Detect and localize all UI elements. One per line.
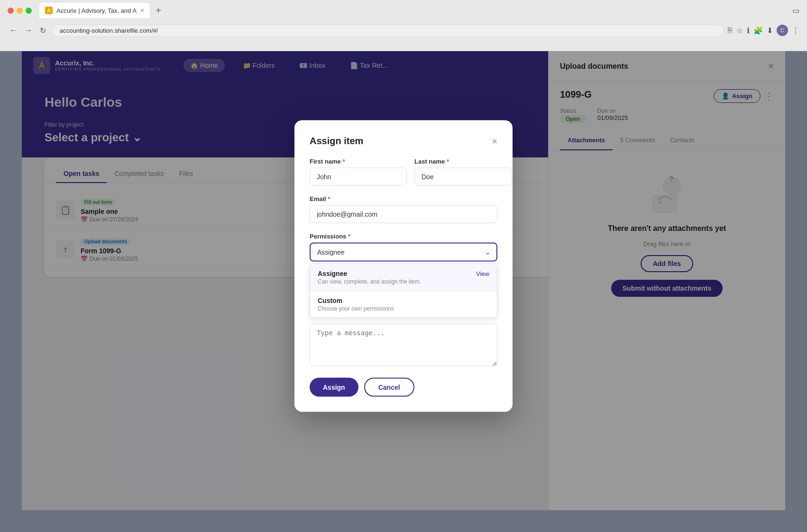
required-indicator: * — [348, 233, 350, 240]
menu-icon[interactable]: ⋮ — [792, 26, 799, 35]
browser-titlebar: A Accurix | Advisory, Tax, and A × + ▭ — [0, 0, 807, 21]
assign-button[interactable]: Assign — [310, 378, 358, 397]
email-label: Email * — [310, 195, 497, 202]
traffic-light-fullscreen[interactable] — [26, 8, 32, 14]
tab-favicon: A — [45, 7, 53, 14]
bookmark-icon[interactable]: ☆ — [736, 26, 743, 35]
first-name-group: First name * — [310, 158, 407, 186]
last-name-label: Last name * — [414, 158, 512, 165]
modal-header: Assign item × — [310, 136, 497, 147]
last-name-input[interactable] — [414, 168, 512, 186]
permissions-select[interactable]: Assignee Custom — [310, 243, 497, 262]
tab-title: Accurix | Advisory, Tax, and A — [56, 7, 137, 14]
back-button[interactable]: ← — [8, 24, 19, 37]
download-icon[interactable]: ⬇ — [767, 26, 773, 35]
browser-window-controls: ▭ — [792, 6, 799, 15]
refresh-button[interactable]: ↻ — [38, 24, 48, 37]
browser-toolbar-actions: ⎘ ☆ ℹ 🧩 ⬇ C ⋮ — [728, 25, 799, 36]
extensions-icon[interactable]: 🧩 — [753, 26, 763, 35]
profile-avatar[interactable]: C — [777, 25, 788, 36]
modal-actions: Assign Cancel — [310, 378, 497, 397]
option-assignee-subtitle: Can view, complete, and assign the item. — [318, 278, 489, 285]
traffic-lights — [8, 8, 32, 14]
tab-close-btn[interactable]: × — [140, 7, 144, 14]
window-action-btn[interactable]: ▭ — [792, 6, 799, 15]
assign-item-modal: Assign item × First name * Last name * E… — [294, 120, 513, 412]
permissions-dropdown: Assignee View Can view, complete, and as… — [310, 264, 497, 318]
cast-icon[interactable]: ⎘ — [728, 26, 733, 35]
option-custom-title: Custom — [318, 297, 342, 304]
first-name-input[interactable] — [310, 168, 407, 186]
url-text: accounting-solution.sharefile.com/#/ — [60, 27, 158, 34]
first-name-label: First name * — [310, 158, 407, 165]
required-indicator: * — [342, 158, 345, 165]
browser-tab-active[interactable]: A Accurix | Advisory, Tax, and A × — [39, 3, 150, 18]
address-bar-row: ← → ↻ accounting-solution.sharefile.com/… — [0, 21, 807, 40]
traffic-light-close[interactable] — [8, 8, 14, 14]
option-assignee-item[interactable]: Assignee View Can view, complete, and as… — [310, 264, 497, 291]
forward-button[interactable]: → — [23, 24, 34, 37]
message-group — [310, 324, 497, 367]
message-textarea[interactable] — [310, 324, 497, 367]
new-tab-button[interactable]: + — [152, 5, 165, 16]
required-indicator: * — [447, 158, 449, 165]
info-icon[interactable]: ℹ — [747, 26, 750, 35]
option-assignee-view-link[interactable]: View — [476, 270, 489, 277]
permissions-select-wrapper: Assignee Custom ⌄ — [310, 243, 497, 262]
option-custom-subtitle: Choose your own permissions — [318, 305, 489, 312]
permissions-label: Permissions * — [310, 233, 497, 240]
email-input[interactable] — [310, 205, 497, 223]
permissions-group: Permissions * Assignee Custom ⌄ Assignee… — [310, 233, 497, 318]
modal-close-button[interactable]: × — [492, 136, 497, 146]
required-indicator: * — [328, 195, 330, 202]
option-custom-item[interactable]: Custom Choose your own permissions — [310, 291, 497, 318]
cancel-button[interactable]: Cancel — [364, 378, 414, 397]
url-bar[interactable]: accounting-solution.sharefile.com/#/ — [52, 25, 724, 37]
last-name-group: Last name * — [414, 158, 512, 186]
option-assignee-title: Assignee — [318, 270, 347, 277]
modal-title: Assign item — [310, 136, 363, 147]
tab-bar: A Accurix | Advisory, Tax, and A × + — [39, 3, 789, 18]
name-row: First name * Last name * — [310, 158, 497, 186]
traffic-light-minimize[interactable] — [17, 8, 23, 14]
browser-chrome: A Accurix | Advisory, Tax, and A × + ▭ ←… — [0, 0, 807, 51]
email-group: Email * — [310, 195, 497, 223]
